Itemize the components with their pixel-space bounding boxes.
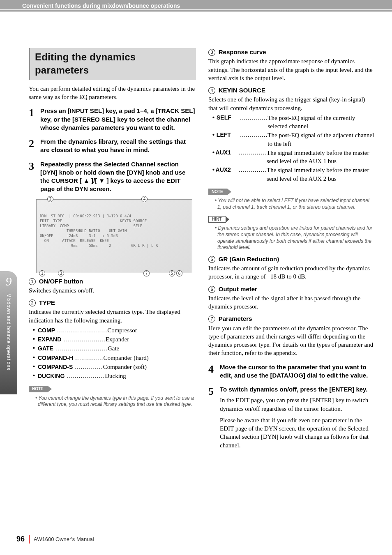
list-item: •COMP .........................Compresso… (33, 326, 196, 334)
step-text: To switch dynamics on/off, press the [EN… (220, 385, 376, 394)
bullet-icon: • (33, 372, 38, 380)
item-parameters: 7 Parameters Here you can edit the param… (208, 315, 376, 357)
term: GATE (38, 345, 53, 352)
step-number: 5 (208, 385, 220, 449)
item-desc: Switches dynamics on/off. (29, 286, 196, 295)
step-number: 4 (208, 363, 220, 380)
dots: .............. (239, 149, 267, 157)
item-title: TYPE (39, 299, 55, 306)
definition: The signal immediately before the master… (267, 166, 376, 183)
item-title: GR (Gain Reduction) (219, 256, 279, 263)
item-output-meter: 6 Output meter Indicates the level of th… (208, 285, 376, 311)
item-desc: Selects one of the following as the trig… (208, 95, 376, 112)
callout-4: 4 (141, 196, 148, 202)
term: COMPAND-S (38, 364, 73, 370)
note-label: NOTE (208, 189, 227, 195)
list-item: •COMPAND-H ..............Compander (hard… (33, 354, 196, 362)
step-5: 5 To switch dynamics on/off, press the [… (208, 385, 376, 449)
callout-3: 3 (58, 270, 64, 276)
bullet-icon: • (33, 335, 38, 343)
page-number: 96 (16, 535, 25, 543)
term: EXPAND (38, 336, 61, 343)
list-item: •SELF .............. The post-EQ signal … (212, 114, 376, 131)
callout-5: 5 (169, 270, 175, 276)
list-item: •AUX1 .............. The signal immediat… (212, 149, 376, 166)
list-item: •GATE ..........................Gate (33, 344, 196, 352)
item-gr: 5 GR (Gain Reduction) Indicates the amou… (208, 255, 376, 281)
dots: ................... (65, 373, 105, 379)
step-text: From the dynamics library, recall the se… (40, 138, 196, 154)
step-number: 1 (29, 107, 40, 132)
footer: 96 AW1600 Owner's Manual (16, 535, 94, 543)
list-item: •COMPAND-S ..............Compander (soft… (33, 363, 196, 371)
dots: .............. (240, 131, 267, 139)
step-4: 4 Move the cursor to the parameter that … (208, 363, 376, 380)
definition: Gate (108, 345, 119, 352)
circled-number: 7 (208, 315, 215, 322)
circled-number: 3 (208, 49, 215, 56)
definition: Compander (hard) (103, 355, 148, 361)
step-number: 2 (29, 138, 40, 154)
chapter-label: Mixdown and bounce operations (6, 293, 12, 370)
item-desc: This graph indicates the approximate res… (208, 57, 376, 82)
item-title: ON/OFF button (39, 278, 83, 285)
circled-number: 6 (208, 286, 215, 293)
step-text: Move the cursor to the parameter that yo… (220, 363, 376, 380)
definition: Compander (soft) (103, 364, 147, 370)
step-detail: In the EDIT page, you can press the [ENT… (220, 396, 376, 413)
step-detail: Please be aware that if you edit even on… (220, 416, 376, 449)
bullet-icon: • (33, 354, 38, 362)
bullet-icon: • (212, 149, 216, 157)
note-box: NOTE • You will not be able to select LE… (208, 187, 376, 210)
item-response-curve: 3 Response curve This graph indicates th… (208, 48, 376, 82)
bullet-icon: • (212, 131, 217, 139)
item-title: Parameters (219, 315, 252, 322)
step-number: 3 (29, 160, 40, 193)
section-heading: Editing the dynamics parameters (29, 48, 196, 80)
definition: The signal immediately before the master… (267, 149, 376, 166)
left-column: Editing the dynamics parameters You can … (29, 48, 196, 455)
hint-box: HINT • Dynamics settings and operation a… (208, 214, 376, 251)
term: DUCKING (38, 373, 65, 379)
down-arrow-icon: ▼ (99, 177, 105, 184)
header-bar: Convenient functions during mixdown/boun… (0, 0, 392, 12)
item-keyin-source: 4 KEYIN SOURCE Selects one of the follow… (208, 86, 376, 112)
circled-number: 2 (29, 299, 36, 306)
right-column: 3 Response curve This graph indicates th… (208, 48, 376, 455)
page-body: Editing the dynamics parameters You can … (0, 13, 392, 455)
note-box: NOTE • You cannot change the dynamics ty… (29, 384, 196, 408)
dots: ..................... (61, 336, 106, 343)
note-text: • You will not be able to select LEFT if… (215, 198, 374, 210)
item-desc: Here you can edit the parameters of the … (208, 324, 376, 357)
list-item: •DUCKING ...................Ducking (33, 372, 196, 380)
step-3: 3 Repeatedly press the Selected Channel … (29, 160, 196, 193)
type-list: •COMP .........................Compresso… (33, 326, 196, 380)
step-text: Repeatedly press the Selected Channel se… (40, 160, 196, 193)
bullet-icon: • (33, 344, 38, 352)
item-desc: Indicates the currently selected dynamic… (29, 308, 196, 325)
step-text: Press an [INPUT SEL] key, a pad 1–4, a [… (40, 107, 196, 132)
bullet-icon: • (33, 363, 38, 371)
definition: Ducking (105, 373, 126, 379)
term: COMP (38, 327, 55, 334)
term: AUX1 (216, 149, 239, 157)
bullet-icon: • (212, 114, 217, 122)
circled-number: 4 (208, 87, 215, 94)
dots: .............. (240, 114, 267, 122)
definition: The post-EQ signal of the adjacent chann… (267, 131, 376, 148)
item-desc: Indicates the level of the signal after … (208, 294, 376, 311)
item-title: Output meter (219, 286, 257, 292)
callout-7: 7 (143, 270, 150, 276)
bullet-icon: • (212, 166, 216, 174)
definition: Compressor (107, 327, 137, 334)
chapter-number: 9 (0, 271, 17, 288)
circled-number: 1 (29, 278, 36, 285)
item-onoff: 1 ON/OFF button Switches dynamics on/off… (29, 277, 196, 295)
note-label: NOTE (29, 386, 48, 392)
hint-text: • Dynamics settings and operation are li… (215, 225, 374, 251)
side-chapter-tab: 9 Mixdown and bounce operations (0, 271, 17, 394)
hint-label: HINT (208, 216, 226, 223)
term: LEFT (217, 131, 240, 139)
dots: .............. (73, 355, 103, 361)
item-type: 2 TYPE Indicates the currently selected … (29, 299, 196, 325)
